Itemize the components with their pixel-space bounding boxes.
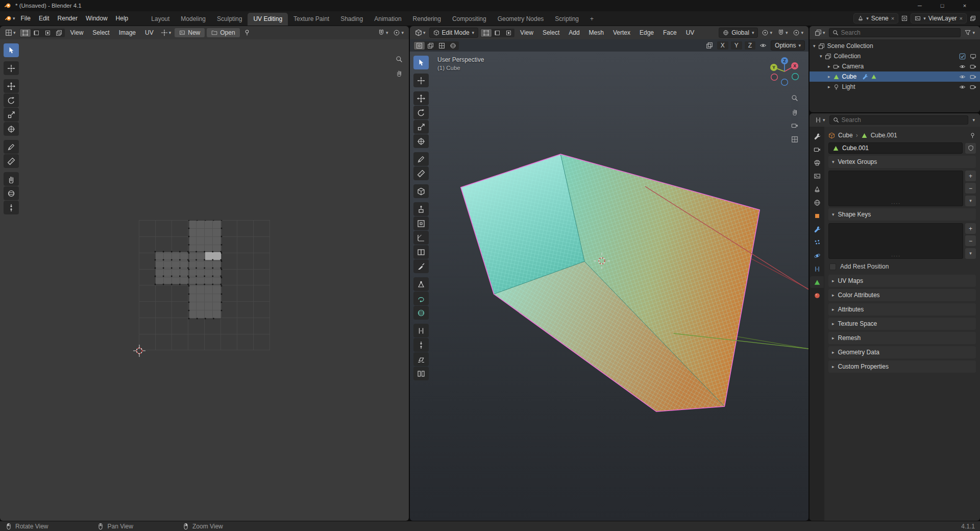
breadcrumb-data[interactable]: Cube.001 — [871, 132, 897, 139]
transform-orientation-dropdown[interactable]: Global ▾ — [719, 28, 758, 38]
blender-menu-button[interactable]: ▾ — [3, 14, 17, 23]
tab-rendering[interactable]: Rendering — [407, 13, 447, 26]
vp-menu-face[interactable]: Face — [659, 28, 680, 37]
panel-custom-properties[interactable]: ▸ Custom Properties — [828, 360, 976, 373]
properties-filter-button[interactable]: ▾ — [971, 117, 976, 124]
gizmo-z-neg-axis[interactable] — [781, 79, 788, 86]
ptab-tool[interactable] — [810, 130, 824, 142]
select-mode-vertex[interactable] — [481, 29, 492, 37]
pivot-point-button[interactable]: ▾ — [760, 28, 774, 37]
uv-2d-cursor[interactable] — [133, 345, 145, 357]
tab-geometry-nodes[interactable]: Geometry Nodes — [492, 13, 550, 26]
tool-bevel[interactable] — [413, 231, 429, 245]
unlink-scene-icon[interactable]: × — [891, 15, 894, 21]
uv-snap-button[interactable]: ▾ — [376, 28, 390, 37]
breadcrumb-object[interactable]: Cube — [838, 132, 853, 139]
triangle-right-icon[interactable]: ▸ — [828, 75, 830, 79]
outliner-search[interactable] — [829, 28, 961, 37]
vp-menu-add[interactable]: Add — [565, 28, 583, 37]
ptab-object[interactable] — [810, 210, 824, 222]
triangle-down-icon[interactable]: ▾ — [820, 54, 822, 59]
tool-spin[interactable] — [413, 292, 429, 305]
tool-select-box[interactable] — [413, 56, 429, 69]
uv-menu-view[interactable]: View — [67, 28, 87, 37]
disable-render-icon[interactable] — [970, 74, 976, 80]
tool-shrink-fatten[interactable] — [413, 338, 429, 352]
tool-annotate[interactable] — [4, 140, 19, 154]
snap-button[interactable]: ▾ — [776, 28, 790, 37]
scene-selector[interactable]: ▾ Scene × — [853, 13, 898, 23]
tool-transform[interactable] — [413, 134, 429, 148]
edited-cube-mesh[interactable] — [461, 154, 760, 412]
mirror-x-toggle[interactable]: X — [717, 41, 728, 50]
remove-vertex-group-button[interactable]: − — [965, 183, 976, 194]
zoom-icon[interactable] — [791, 94, 798, 102]
uv-menu-image[interactable]: Image — [115, 28, 139, 37]
tool-rip-region[interactable] — [413, 367, 429, 380]
menu-render[interactable]: Render — [54, 13, 82, 23]
panel-vertex-groups[interactable]: ▾ Vertex Groups — [828, 156, 976, 168]
camera-view-icon[interactable] — [791, 122, 798, 129]
maximize-button[interactable]: □ — [931, 0, 953, 11]
tool-add-cube[interactable] — [413, 184, 429, 198]
select-mode-extend[interactable] — [425, 42, 436, 50]
tab-compositing[interactable]: Compositing — [447, 13, 492, 26]
ptab-physics[interactable] — [810, 250, 824, 261]
ptab-scene[interactable] — [810, 183, 824, 195]
editor-type-button[interactable]: ▾ — [413, 28, 427, 37]
tool-grab[interactable] — [4, 172, 19, 186]
properties-search-input[interactable] — [842, 116, 965, 124]
resize-grip[interactable]: ···· — [891, 253, 901, 258]
fake-user-button[interactable] — [965, 143, 976, 154]
add-shape-key-button[interactable]: + — [965, 223, 976, 234]
new-scene-icon[interactable] — [901, 15, 908, 21]
select-mode-new[interactable] — [414, 42, 425, 50]
gizmo-y-neg-axis[interactable] — [792, 74, 799, 80]
select-mode-face[interactable] — [503, 29, 514, 37]
ptab-view-layer[interactable] — [810, 170, 824, 182]
tool-rotate[interactable] — [413, 106, 429, 119]
hide-eye-icon[interactable] — [959, 63, 966, 70]
tool-edge-slide[interactable] — [413, 324, 429, 337]
uv-selected-face[interactable] — [205, 252, 222, 260]
menu-edit[interactable]: Edit — [35, 13, 54, 23]
tool-poly-build[interactable] — [413, 277, 429, 291]
resize-grip[interactable]: ···· — [891, 201, 901, 206]
tool-cursor-3d[interactable] — [413, 74, 429, 87]
tab-scripting[interactable]: Scripting — [549, 13, 584, 26]
add-rest-position-checkbox[interactable] — [829, 263, 836, 270]
ptab-material[interactable] — [810, 289, 824, 301]
tool-rotate[interactable] — [4, 93, 19, 107]
data-name-field[interactable]: Cube.001 — [828, 142, 963, 154]
disable-render-icon[interactable] — [970, 84, 976, 90]
perspective-toggle-icon[interactable] — [791, 136, 798, 143]
tool-cursor-2d[interactable] — [4, 61, 19, 75]
uv-menu-select[interactable]: Select — [89, 28, 113, 37]
mirror-z-toggle[interactable]: Z — [745, 41, 755, 50]
vp-menu-select[interactable]: Select — [539, 28, 563, 37]
outliner-row-collection[interactable]: ▾ Collection — [810, 51, 980, 61]
triangle-down-icon[interactable]: ▾ — [813, 44, 816, 49]
tool-transform[interactable] — [4, 122, 19, 136]
open-image-button[interactable]: Open — [207, 28, 239, 37]
outliner-display-mode-button[interactable]: ▾ — [813, 28, 827, 37]
vertex-groups-listbox[interactable]: ···· — [828, 171, 963, 206]
outliner-row-light[interactable]: ▸ Light — [810, 82, 980, 92]
tab-animation[interactable]: Animation — [369, 13, 407, 26]
vp-menu-vertex[interactable]: Vertex — [609, 28, 634, 37]
ptab-modifiers[interactable] — [810, 223, 824, 235]
tab-shading[interactable]: Shading — [335, 13, 369, 26]
hide-eye-icon[interactable] — [959, 74, 966, 80]
viewport-canvas[interactable]: User Perspective (1) Cube Z X Y — [410, 52, 808, 521]
pan-hand-icon[interactable] — [791, 108, 798, 115]
panel-texture-space[interactable]: ▸ Texture Space — [828, 318, 976, 330]
panel-geometry-data[interactable]: ▸ Geometry Data — [828, 346, 976, 358]
menu-help[interactable]: Help — [112, 13, 133, 23]
uv-select-mode-face[interactable] — [42, 29, 53, 37]
vp-menu-uv[interactable]: UV — [682, 28, 698, 37]
uv-sticky-mode-button[interactable]: ▾ — [159, 28, 173, 37]
shape-keys-listbox[interactable]: ···· — [828, 223, 963, 259]
remove-view-layer-icon[interactable]: × — [960, 15, 963, 21]
editor-type-button[interactable]: ▾ — [813, 115, 827, 125]
pan-hand-icon[interactable] — [396, 69, 403, 77]
